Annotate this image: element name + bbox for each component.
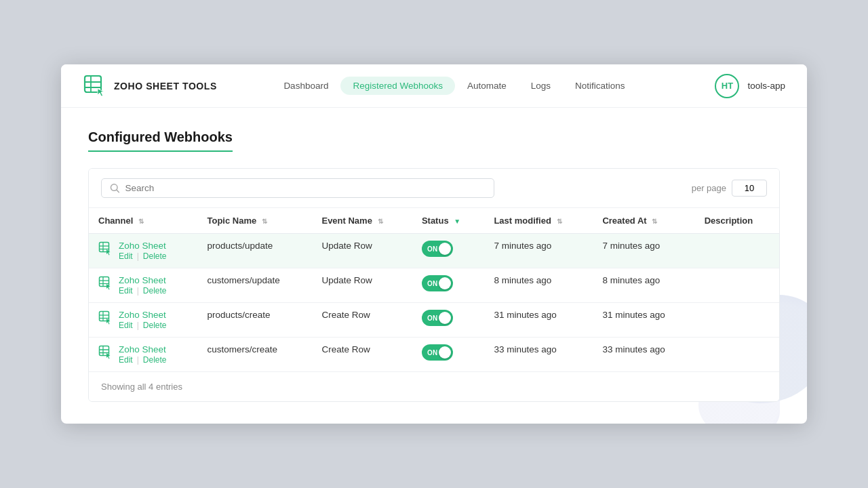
table-row: Zoho Sheet Edit | Delete customers/creat… (89, 338, 779, 372)
cell-channel-3: Zoho Sheet Edit | Delete (89, 338, 197, 372)
col-topic[interactable]: Topic Name ⇅ (197, 208, 312, 234)
webhooks-card: per page Channel ⇅ Topic Name ⇅ (88, 168, 780, 402)
cell-description-1 (695, 268, 779, 303)
sort-icon-channel: ⇅ (138, 218, 144, 225)
sort-icon-created-at: ⇅ (652, 218, 657, 225)
app-name: tools-app (747, 81, 785, 91)
cell-topic-2: products/create (197, 303, 312, 338)
main-nav: Dashboard Registered Webhooks Automate L… (232, 77, 677, 95)
edit-link[interactable]: Edit (119, 355, 133, 365)
search-bar: per page (89, 169, 779, 208)
cell-topic-0: products/update (197, 234, 312, 268)
action-separator: | (137, 321, 139, 330)
page-title: Configured Webhooks (88, 129, 233, 152)
sort-icon-event: ⇅ (378, 218, 383, 225)
table-row: Zoho Sheet Edit | Delete products/create… (89, 303, 779, 338)
cell-event-1: Update Row (312, 268, 412, 303)
col-channel[interactable]: Channel ⇅ (89, 208, 197, 234)
per-page-label: per page (692, 183, 726, 193)
header-right: HT tools-app (677, 74, 785, 98)
cell-topic-1: customers/update (197, 268, 312, 303)
table-footer: Showing all 4 entries (89, 371, 779, 401)
cell-status-0: ON (412, 234, 484, 268)
status-toggle[interactable]: ON (422, 275, 453, 291)
status-toggle[interactable]: ON (422, 344, 453, 361)
col-created-at[interactable]: Created At ⇅ (593, 208, 694, 234)
col-status[interactable]: Status ▼ (412, 208, 484, 234)
entry-count: Showing all 4 entries (101, 382, 182, 392)
edit-link[interactable]: Edit (119, 286, 133, 296)
avatar[interactable]: HT (715, 74, 739, 98)
webhooks-table: Channel ⇅ Topic Name ⇅ Event Name ⇅ St (89, 208, 779, 371)
delete-link[interactable]: Delete (143, 251, 167, 261)
header: ZOHO SHEET TOOLS Dashboard Registered We… (61, 64, 807, 108)
action-separator: | (137, 286, 139, 296)
cell-event-2: Create Row (312, 303, 412, 338)
sort-icon-topic: ⇅ (262, 218, 267, 225)
delete-link[interactable]: Delete (143, 321, 167, 330)
nav-automate[interactable]: Automate (455, 77, 519, 95)
nav-logs[interactable]: Logs (519, 77, 563, 95)
delete-link[interactable]: Delete (143, 355, 167, 365)
status-toggle[interactable]: ON (422, 241, 453, 257)
delete-link[interactable]: Delete (143, 286, 167, 296)
sort-icon-last-modified: ⇅ (557, 218, 562, 225)
cell-description-3 (695, 338, 779, 372)
page-content: Configured Webhooks per page (61, 108, 807, 424)
zoho-sheet-icon (98, 345, 113, 360)
toggle-label: ON (427, 280, 438, 287)
cell-last-modified-3: 33 minutes ago (484, 338, 593, 372)
edit-link[interactable]: Edit (119, 321, 133, 330)
cell-created-at-1: 8 minutes ago (593, 268, 694, 303)
table-row: Zoho Sheet Edit | Delete customers/updat… (89, 268, 779, 303)
channel-name[interactable]: Zoho Sheet (119, 241, 167, 251)
svg-marker-4 (98, 89, 104, 96)
per-page-area: per page (692, 180, 767, 197)
channel-name[interactable]: Zoho Sheet (119, 344, 167, 354)
cell-created-at-2: 31 minutes ago (593, 303, 694, 338)
status-toggle[interactable]: ON (422, 310, 453, 326)
zoho-sheet-icon (98, 310, 113, 325)
toggle-knob (439, 277, 451, 289)
cell-status-3: ON (412, 338, 484, 372)
cell-created-at-3: 33 minutes ago (593, 338, 694, 372)
cell-last-modified-1: 8 minutes ago (484, 268, 593, 303)
cell-last-modified-0: 7 minutes ago (484, 234, 593, 268)
channel-name[interactable]: Zoho Sheet (119, 310, 167, 320)
cell-status-1: ON (412, 268, 484, 303)
table-row: Zoho Sheet Edit | Delete products/update… (89, 234, 779, 268)
toggle-knob (439, 243, 451, 255)
cell-description-0 (695, 234, 779, 268)
zoho-sheet-icon (98, 241, 113, 256)
cell-channel-2: Zoho Sheet Edit | Delete (89, 303, 197, 338)
channel-name[interactable]: Zoho Sheet (119, 275, 167, 285)
page-title-area: Configured Webhooks (88, 129, 780, 152)
table-body: Zoho Sheet Edit | Delete products/update… (89, 234, 779, 372)
toggle-knob (439, 312, 451, 324)
logo-area: ZOHO SHEET TOOLS (83, 74, 232, 98)
col-event[interactable]: Event Name ⇅ (312, 208, 412, 234)
cell-topic-3: customers/create (197, 338, 312, 372)
cell-last-modified-2: 31 minutes ago (484, 303, 593, 338)
per-page-input[interactable] (732, 180, 767, 197)
nav-dashboard[interactable]: Dashboard (271, 77, 340, 95)
logo-text: ZOHO SHEET TOOLS (114, 81, 217, 92)
logo-icon (83, 74, 107, 98)
nav-notifications[interactable]: Notifications (563, 77, 637, 95)
toggle-label: ON (427, 349, 438, 357)
cell-event-0: Update Row (312, 234, 412, 268)
toggle-label: ON (427, 245, 438, 253)
zoho-sheet-icon (98, 276, 113, 291)
cell-description-2 (695, 303, 779, 338)
svg-line-6 (117, 190, 119, 192)
cell-event-3: Create Row (312, 338, 412, 372)
search-input[interactable] (125, 183, 486, 193)
cell-channel-1: Zoho Sheet Edit | Delete (89, 268, 197, 303)
action-separator: | (137, 355, 139, 365)
toggle-label: ON (427, 314, 438, 322)
nav-registered-webhooks[interactable]: Registered Webhooks (340, 77, 455, 95)
col-last-modified[interactable]: Last modified ⇅ (484, 208, 593, 234)
table-header: Channel ⇅ Topic Name ⇅ Event Name ⇅ St (89, 208, 779, 234)
edit-link[interactable]: Edit (119, 251, 133, 261)
search-input-wrapper[interactable] (101, 178, 494, 198)
